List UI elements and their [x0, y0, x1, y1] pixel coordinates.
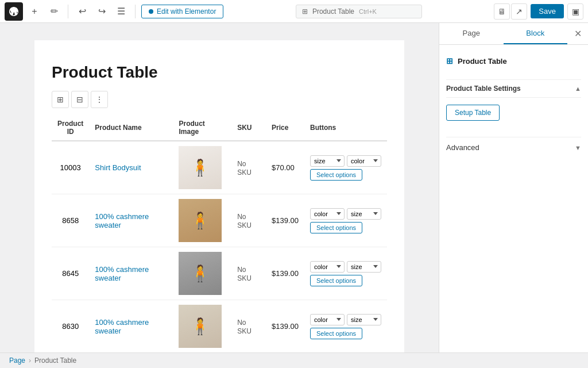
- button-cell: color size Select options: [310, 261, 381, 286]
- cell-price: $139.00: [266, 247, 304, 300]
- cell-image: 🧍: [173, 300, 231, 353]
- cell-name: 100% cashmere sweater: [89, 194, 173, 247]
- settings-chevron: ▲: [575, 85, 581, 92]
- cell-image: 🧍: [173, 141, 231, 194]
- dropdown-size-2[interactable]: size: [347, 261, 381, 273]
- menu-button[interactable]: ☰: [113, 3, 129, 20]
- cell-price: $70.00: [266, 141, 304, 194]
- product-image: 🧍: [179, 146, 222, 189]
- select-options-button[interactable]: Select options: [310, 275, 362, 286]
- wp-logo: [5, 2, 23, 21]
- view-toggle: 🖥 ↗: [494, 3, 527, 20]
- button-cell: color size Select options: [310, 314, 381, 339]
- dropdown-color-1[interactable]: color: [310, 208, 345, 220]
- edit-elementor-label: Edit with Elementor: [157, 7, 216, 16]
- divider-2: [135, 5, 136, 18]
- cell-sku: No SKU: [231, 194, 266, 247]
- product-link[interactable]: 100% cashmere sweater: [95, 318, 149, 335]
- right-panel: Page Block ✕ ⊞ Product Table Product Tab…: [439, 23, 588, 352]
- canvas-content: Product Table ⊞ ⊟ ⋮ ProductID Product Na…: [34, 40, 404, 352]
- product-link[interactable]: 100% cashmere sweater: [95, 265, 149, 282]
- dropdown-size-1[interactable]: size: [347, 208, 381, 220]
- cell-sku: No SKU: [231, 141, 266, 194]
- product-table: ProductID Product Name Product Image SKU…: [52, 115, 387, 352]
- save-button[interactable]: Save: [531, 4, 564, 18]
- price-value: $139.00: [272, 216, 299, 225]
- product-image: 🧍: [179, 252, 222, 295]
- cell-name: 100% cashmere sweater: [89, 300, 173, 353]
- desktop-view-button[interactable]: 🖥: [494, 3, 510, 20]
- panel-body: ⊞ Product Table Product Table Settings ▲…: [439, 45, 588, 352]
- edit-button[interactable]: ✏: [46, 3, 62, 20]
- search-shortcut: Ctrl+K: [359, 8, 377, 15]
- col-product-id: ProductID: [52, 115, 89, 141]
- col-product-image: Product Image: [173, 115, 231, 141]
- col-sku: SKU: [231, 115, 266, 141]
- table-view-btn-1[interactable]: ⊞: [52, 91, 69, 108]
- cell-buttons: size color Select options: [304, 141, 387, 194]
- col-product-name: Product Name: [89, 115, 173, 141]
- advanced-chevron: ▼: [575, 144, 581, 151]
- toolbar-center: ⊞ Product Table Ctrl+K: [227, 5, 490, 18]
- product-image-figure: 🧍: [179, 305, 222, 348]
- breadcrumb-separator: ›: [29, 356, 31, 365]
- settings-body: Setup Table: [446, 98, 581, 128]
- dropdown-color-2[interactable]: color: [310, 261, 345, 273]
- dropdown-color-0[interactable]: color: [347, 155, 381, 167]
- product-link[interactable]: Shirt Bodysuit: [95, 163, 141, 172]
- table-row: 8645 100% cashmere sweater 🧍 No SKU $139…: [52, 247, 387, 300]
- tab-page[interactable]: Page: [439, 23, 504, 44]
- product-image: 🧍: [179, 305, 222, 348]
- advanced-accordion[interactable]: Advanced ▼: [446, 137, 581, 158]
- sku-value: No SKU: [237, 266, 252, 282]
- sku-value: No SKU: [237, 213, 252, 229]
- cell-name: 100% cashmere sweater: [89, 247, 173, 300]
- breadcrumb: Page › Product Table: [0, 352, 588, 368]
- table-row: 10003 Shirt Bodysuit 🧍 No SKU $70.00 siz…: [52, 141, 387, 194]
- cell-buttons: color size Select options: [304, 194, 387, 247]
- table-more-btn[interactable]: ⋮: [91, 91, 108, 108]
- dropdown-size-3[interactable]: size: [347, 314, 381, 325]
- cell-id: 8658: [52, 194, 89, 247]
- toolbar: + ✏ ↩ ↪ ☰ Edit with Elementor ⊞ Product …: [0, 0, 588, 23]
- cell-price: $139.00: [266, 300, 304, 353]
- dropdown-color-3[interactable]: color: [310, 314, 345, 325]
- table-row: 8658 100% cashmere sweater 🧍 No SKU $139…: [52, 194, 387, 247]
- advanced-label: Advanced: [446, 143, 479, 152]
- elementor-dot: [149, 9, 153, 14]
- price-value: $139.00: [272, 322, 299, 331]
- product-image-figure: 🧍: [179, 252, 222, 295]
- canvas: Product Table ⊞ ⊟ ⋮ ProductID Product Na…: [0, 23, 439, 352]
- table-row: 8630 100% cashmere sweater 🧍 No SKU $139…: [52, 300, 387, 353]
- dropdown-size-0[interactable]: size: [310, 155, 345, 167]
- external-link-button[interactable]: ↗: [511, 3, 527, 20]
- cell-buttons: color size Select options: [304, 300, 387, 353]
- panel-close-button[interactable]: ✕: [567, 23, 588, 44]
- edit-elementor-button[interactable]: Edit with Elementor: [141, 5, 223, 18]
- select-options-button[interactable]: Select options: [310, 169, 362, 181]
- table-view-btn-2[interactable]: ⊟: [71, 91, 88, 108]
- select-options-button[interactable]: Select options: [310, 222, 362, 233]
- redo-button[interactable]: ↪: [94, 3, 110, 20]
- table-body: 10003 Shirt Bodysuit 🧍 No SKU $70.00 siz…: [52, 141, 387, 352]
- tab-block[interactable]: Block: [504, 23, 568, 44]
- undo-button[interactable]: ↩: [74, 3, 90, 20]
- product-image: 🧍: [179, 199, 222, 242]
- table-icon: ⊞: [302, 7, 308, 16]
- cell-sku: No SKU: [231, 247, 266, 300]
- breadcrumb-page[interactable]: Page: [9, 356, 25, 365]
- button-cell: size color Select options: [310, 155, 381, 181]
- panel-toggle-button[interactable]: ▣: [567, 3, 583, 20]
- cell-name: Shirt Bodysuit: [89, 141, 173, 194]
- toolbar-right: 🖥 ↗ Save ▣: [494, 3, 583, 20]
- setup-table-button[interactable]: Setup Table: [446, 105, 500, 121]
- table-toolbar: ⊞ ⊟ ⋮: [52, 91, 387, 108]
- search-bar[interactable]: ⊞ Product Table Ctrl+K: [296, 5, 422, 18]
- product-link[interactable]: 100% cashmere sweater: [95, 212, 149, 229]
- panel-block-title: Product Table: [458, 57, 507, 66]
- panel-block-section: ⊞ Product Table: [446, 52, 581, 70]
- select-options-button[interactable]: Select options: [310, 328, 362, 339]
- add-button[interactable]: +: [26, 3, 42, 20]
- product-table-icon: ⊞: [446, 56, 453, 66]
- cell-buttons: color size Select options: [304, 247, 387, 300]
